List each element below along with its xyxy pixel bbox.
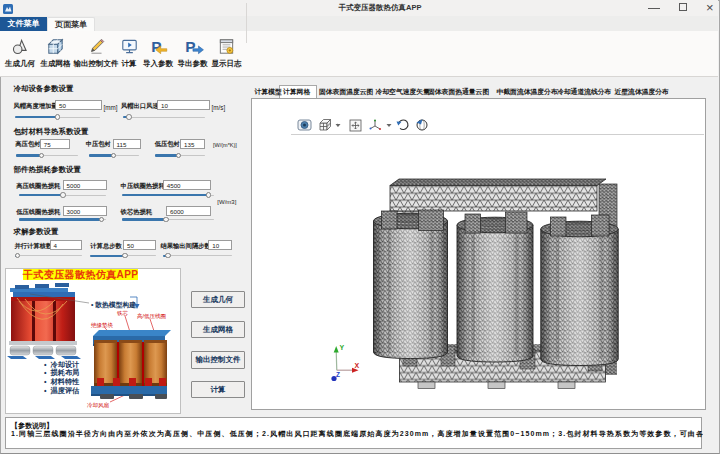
svg-text:Y: Y	[340, 344, 345, 351]
svg-text:Z: Z	[336, 371, 340, 378]
svg-text:X: X	[355, 362, 360, 369]
svg-text:P: P	[185, 38, 195, 55]
